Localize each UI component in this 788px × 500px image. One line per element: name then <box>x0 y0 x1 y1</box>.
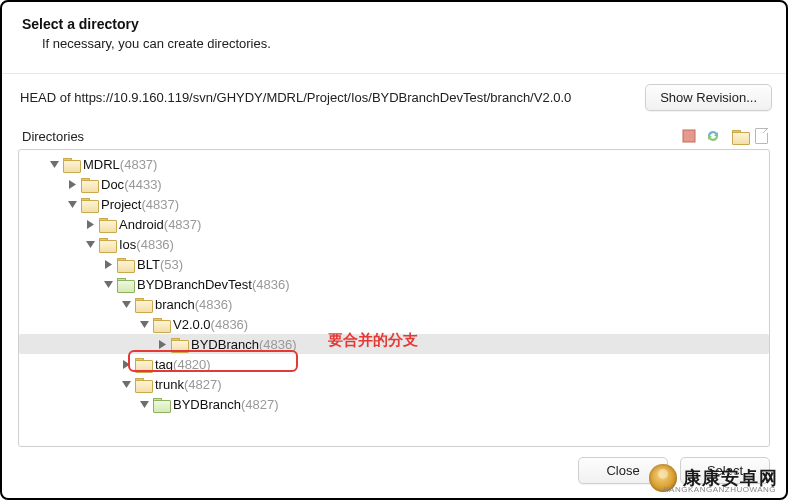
svg-marker-11 <box>123 360 130 369</box>
select-directory-dialog: Select a directory If necessary, you can… <box>0 0 788 500</box>
disclosure-down-icon[interactable] <box>139 319 149 329</box>
new-file-icon[interactable] <box>752 127 770 145</box>
disclosure-right-icon[interactable] <box>121 359 131 369</box>
head-prefix: HEAD of <box>20 90 74 105</box>
refresh-icon[interactable] <box>704 127 722 145</box>
tree-item-revision: (4836) <box>252 277 290 292</box>
disclosure-right-icon[interactable] <box>85 219 95 229</box>
tree-item-blt[interactable]: BLT (53) <box>19 254 769 274</box>
svg-marker-9 <box>140 321 149 328</box>
svg-marker-1 <box>50 161 59 168</box>
tree-item-revision: (53) <box>160 257 183 272</box>
disclosure-down-icon[interactable] <box>121 379 131 389</box>
disclosure-down-icon[interactable] <box>139 399 149 409</box>
directories-label: Directories <box>22 129 674 144</box>
disclosure-right-icon[interactable] <box>157 339 167 349</box>
tree-item-label: V2.0.0 <box>173 317 211 332</box>
disclosure-down-icon[interactable] <box>67 199 77 209</box>
tree-item-trunk[interactable]: trunk (4827) <box>19 374 769 394</box>
svg-marker-5 <box>86 241 95 248</box>
disclosure-down-icon[interactable] <box>49 159 59 169</box>
folder-icon <box>99 218 115 231</box>
tree-item-revision: (4836) <box>211 317 249 332</box>
tree-item-br[interactable]: branch (4836) <box>19 294 769 314</box>
dialog-footer: Close Select <box>2 447 786 498</box>
tree-item-label: Project <box>101 197 141 212</box>
tree-item-revision: (4836) <box>259 337 297 352</box>
tree-item-label: Android <box>119 217 164 232</box>
tree-item-doc[interactable]: Doc (4433) <box>19 174 769 194</box>
folder-icon <box>81 198 97 211</box>
tree-item-revision: (4837) <box>141 197 179 212</box>
tree-item-label: BYDBranchDevTest <box>137 277 252 292</box>
folder-icon <box>135 378 151 391</box>
svg-marker-3 <box>68 201 77 208</box>
directories-toolbar: Directories <box>2 121 786 149</box>
svg-rect-0 <box>683 130 695 142</box>
svg-marker-10 <box>159 340 166 349</box>
folder-icon <box>63 158 79 171</box>
folder-icon <box>81 178 97 191</box>
svg-marker-4 <box>87 220 94 229</box>
folder-icon <box>135 298 151 311</box>
tree-item-bydb[interactable]: BYDBranch (4836) <box>19 334 769 354</box>
tree-item-mdrl[interactable]: MDRL (4837) <box>19 154 769 174</box>
tree-item-label: Ios <box>119 237 136 252</box>
head-url-label: HEAD of https://10.9.160.119/svn/GHYDY/M… <box>20 90 635 105</box>
dialog-title: Select a directory <box>22 16 766 32</box>
tree-item-revision: (4827) <box>184 377 222 392</box>
folder-icon <box>117 258 133 271</box>
tree-item-revision: (4820) <box>173 357 211 372</box>
tree-item-revision: (4836) <box>195 297 233 312</box>
disclosure-right-icon[interactable] <box>103 259 113 269</box>
url-row: HEAD of https://10.9.160.119/svn/GHYDY/M… <box>2 74 786 121</box>
disclosure-down-icon[interactable] <box>85 239 95 249</box>
tree-item-label: BYDBranch <box>191 337 259 352</box>
tree-item-label: tag <box>155 357 173 372</box>
new-folder-icon[interactable] <box>728 127 746 145</box>
svg-marker-12 <box>122 381 131 388</box>
tree-item-revision: (4827) <box>241 397 279 412</box>
disclosure-down-icon[interactable] <box>103 279 113 289</box>
tree-item-proj[interactable]: Project (4837) <box>19 194 769 214</box>
tree-item-label: MDRL <box>83 157 120 172</box>
tree-item-tag[interactable]: tag (4820) <box>19 354 769 374</box>
svg-marker-13 <box>140 401 149 408</box>
folder-icon <box>99 238 115 251</box>
disclosure-down-icon[interactable] <box>121 299 131 309</box>
select-button[interactable]: Select <box>680 457 770 484</box>
stop-icon[interactable] <box>680 127 698 145</box>
dialog-subtitle: If necessary, you can create directories… <box>22 32 766 51</box>
folder-icon <box>135 358 151 371</box>
folder-icon <box>153 398 169 411</box>
dialog-header: Select a directory If necessary, you can… <box>2 2 786 63</box>
tree-item-label: BLT <box>137 257 160 272</box>
directory-tree[interactable]: MDRL (4837)Doc (4433)Project (4837)Andro… <box>18 149 770 447</box>
tree-item-label: branch <box>155 297 195 312</box>
close-button[interactable]: Close <box>578 457 668 484</box>
folder-icon <box>171 338 187 351</box>
tree-item-revision: (4837) <box>120 157 158 172</box>
folder-icon <box>153 318 169 331</box>
svg-marker-6 <box>105 260 112 269</box>
tree-item-bydb2[interactable]: BYDBranch (4827) <box>19 394 769 414</box>
tree-item-revision: (4837) <box>164 217 202 232</box>
svg-marker-8 <box>122 301 131 308</box>
tree-item-ios[interactable]: Ios (4836) <box>19 234 769 254</box>
tree-item-andr[interactable]: Android (4837) <box>19 214 769 234</box>
tree-item-label: trunk <box>155 377 184 392</box>
tree-item-revision: (4433) <box>124 177 162 192</box>
folder-icon <box>117 278 133 291</box>
svg-marker-7 <box>104 281 113 288</box>
tree-item-label: Doc <box>101 177 124 192</box>
show-revision-button[interactable]: Show Revision... <box>645 84 772 111</box>
tree-item-bydd[interactable]: BYDBranchDevTest (4836) <box>19 274 769 294</box>
head-url: https://10.9.160.119/svn/GHYDY/MDRL/Proj… <box>74 90 571 105</box>
tree-item-v200[interactable]: V2.0.0 (4836) <box>19 314 769 334</box>
svg-marker-2 <box>69 180 76 189</box>
tree-item-label: BYDBranch <box>173 397 241 412</box>
disclosure-right-icon[interactable] <box>67 179 77 189</box>
tree-item-revision: (4836) <box>136 237 174 252</box>
